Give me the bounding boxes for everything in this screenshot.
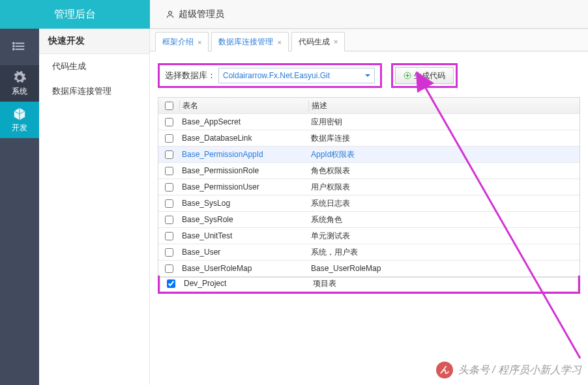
cell-name: Base_User (179, 248, 308, 257)
sidepanel-item-dbconn[interactable]: 数据库连接管理 (39, 79, 149, 104)
header-name[interactable]: 表名 (179, 100, 308, 111)
user-bar: 超级管理员 (150, 0, 588, 29)
grid-header: 表名 描述 (158, 98, 580, 114)
tab-bar: 框架介绍 × 数据库连接管理 × 代码生成 × (150, 29, 588, 51)
table-row[interactable]: Base_DatabaseLink数据库连接 (158, 130, 580, 147)
db-select-label: 选择数据库： (165, 70, 216, 81)
row-checkbox[interactable] (165, 216, 173, 224)
svg-point-5 (13, 46, 14, 47)
cell-name: Base_PermissionAppId (179, 150, 308, 159)
gear-icon (12, 70, 27, 85)
iconbar-label: 开发 (12, 122, 27, 134)
close-icon[interactable]: × (277, 38, 281, 46)
list-icon (12, 39, 27, 53)
side-panel: 快速开发 代码生成 数据库连接管理 (39, 29, 150, 385)
cell-desc: 应用密钥 (308, 117, 580, 128)
watermark: ん 头条号 / 程序员小新人学习 (436, 362, 581, 378)
plus-icon (404, 72, 411, 79)
table-row[interactable]: Base_PermissionUser用户权限表 (158, 179, 580, 195)
select-all-checkbox[interactable] (165, 102, 173, 110)
row-checkbox[interactable] (165, 232, 173, 240)
tab-framework-intro[interactable]: 框架介绍 × (155, 32, 209, 51)
cell-desc: 用户权限表 (308, 182, 580, 193)
cell-desc: 系统，用户表 (308, 247, 580, 258)
row-checkbox[interactable] (165, 134, 173, 143)
cell-name: Base_AppSecret (179, 117, 308, 126)
table-row[interactable]: Base_SysLog系统日志表 (158, 195, 580, 212)
cell-desc: 系统角色 (308, 214, 580, 225)
svg-point-6 (13, 49, 14, 50)
row-checkbox[interactable] (165, 118, 173, 126)
cell-desc: AppId权限表 (308, 149, 580, 160)
watermark-logo: ん (436, 362, 453, 378)
svg-point-4 (13, 43, 14, 44)
table-row[interactable]: Base_AppSecret应用密钥 (158, 114, 580, 130)
cell-name: Base_SysRole (179, 215, 308, 224)
db-select-group: 选择数据库： Coldairarrow.Fx.Net.Easyui.Git (158, 63, 382, 88)
iconbar-item-menu[interactable] (0, 29, 39, 65)
close-icon[interactable]: × (334, 38, 338, 46)
row-checkbox[interactable] (165, 183, 173, 192)
iconbar-label: 系统 (12, 86, 27, 97)
row-checkbox[interactable] (165, 264, 173, 273)
cell-name: Base_UserRoleMap (179, 264, 308, 273)
tab-label: 数据库连接管理 (218, 36, 273, 48)
brand-title: 管理后台 (0, 0, 150, 29)
cell-desc: 项目表 (310, 278, 578, 289)
cell-desc: Base_UserRoleMap (308, 264, 580, 273)
user-role-label: 超级管理员 (179, 8, 224, 20)
iconbar-item-dev[interactable]: 开发 (0, 102, 39, 138)
db-select[interactable]: Coldairarrow.Fx.Net.Easyui.Git (218, 68, 375, 83)
row-checkbox[interactable] (165, 199, 173, 208)
sidepanel-title: 快速开发 (39, 29, 149, 54)
table-row[interactable]: Base_User系统，用户表 (158, 244, 580, 261)
generate-code-button[interactable]: 生成代码 (395, 67, 454, 84)
row-checkbox[interactable] (165, 248, 173, 257)
cell-name: Base_UnitTest (179, 231, 308, 240)
cell-desc: 系统日志表 (308, 198, 580, 209)
tab-label: 代码生成 (299, 36, 330, 48)
table-row[interactable]: Base_UserRoleMapBase_UserRoleMap (158, 261, 580, 277)
header-desc[interactable]: 描述 (308, 100, 580, 111)
highlighted-row-box: Dev_Project 项目表 (158, 276, 580, 294)
table-row[interactable]: Base_PermissionRole角色权限表 (158, 163, 580, 179)
cell-desc: 数据库连接 (308, 133, 580, 144)
tab-db-connection[interactable]: 数据库连接管理 × (211, 32, 288, 51)
cell-desc: 角色权限表 (308, 165, 580, 177)
close-icon[interactable]: × (198, 38, 201, 46)
tab-label: 框架介绍 (162, 36, 194, 48)
row-checkbox[interactable] (165, 150, 173, 159)
icon-sidebar: 系统 开发 (0, 29, 39, 385)
row-checkbox[interactable] (165, 167, 173, 175)
cell-name: Base_DatabaseLink (179, 134, 308, 143)
cell-name: Dev_Project (181, 279, 310, 288)
row-checkbox[interactable] (167, 279, 175, 288)
cell-name: Base_SysLog (179, 199, 308, 208)
user-icon (166, 9, 175, 20)
table-row[interactable]: Dev_Project 项目表 (160, 276, 578, 292)
cell-name: Base_PermissionRole (179, 166, 308, 175)
iconbar-item-system[interactable]: 系统 (0, 65, 39, 102)
table-row[interactable]: Base_PermissionAppIdAppId权限表 (158, 147, 580, 163)
cell-desc: 单元测试表 (308, 231, 580, 242)
generate-code-label: 生成代码 (414, 70, 445, 81)
data-grid: 表名 描述 Base_AppSecret应用密钥Base_DatabaseLin… (158, 97, 580, 278)
cell-name: Base_PermissionUser (179, 182, 308, 192)
table-row[interactable]: Base_SysRole系统角色 (158, 212, 580, 228)
sidepanel-item-codegen[interactable]: 代码生成 (39, 54, 149, 79)
table-row[interactable]: Base_UnitTest单元测试表 (158, 228, 580, 244)
tab-codegen[interactable]: 代码生成 × (291, 32, 345, 51)
svg-point-0 (169, 11, 172, 14)
cube-icon (12, 107, 27, 121)
